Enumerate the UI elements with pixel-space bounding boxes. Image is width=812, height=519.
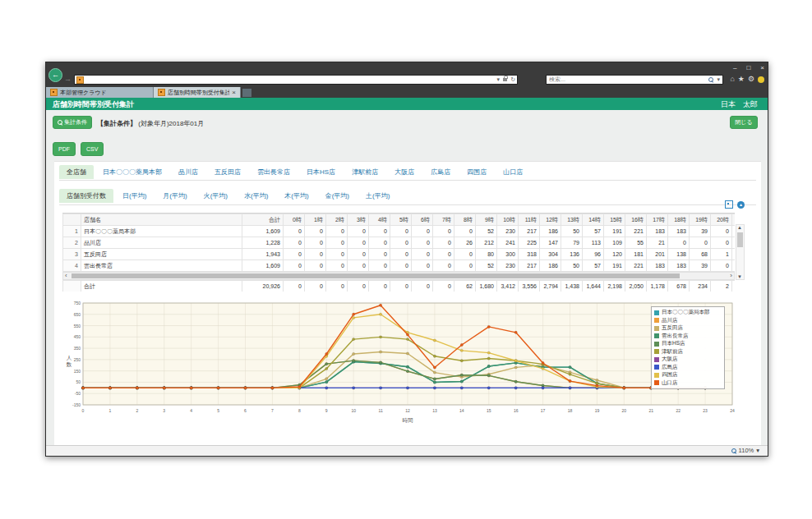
total-cell: 1,609 bbox=[242, 226, 284, 237]
scroll-down-icon[interactable]: ▼ bbox=[737, 274, 742, 279]
vertical-scrollbar[interactable]: ▲ ▼ bbox=[736, 224, 745, 280]
total-cell: 1,228 bbox=[242, 237, 284, 249]
browser-tab[interactable]: 店舗別時間帯別受付集計× bbox=[154, 87, 241, 98]
hour-total-cell: 2,198 bbox=[604, 281, 625, 292]
store-tab-7[interactable]: 大阪店 bbox=[387, 165, 422, 179]
hour-cell: 0 bbox=[326, 237, 348, 249]
hour-cell: 181 bbox=[625, 249, 647, 260]
favorites-star-icon[interactable]: ★ bbox=[738, 74, 745, 85]
hour-cell: 0 bbox=[454, 249, 476, 260]
close-page-button[interactable]: 閉じる bbox=[730, 116, 758, 129]
zoom-control[interactable]: 110% ▾ bbox=[731, 447, 759, 454]
pdf-export-button[interactable]: PDF bbox=[53, 142, 76, 156]
hour-total-cell: 0 bbox=[369, 281, 390, 292]
legend-item: 山口店 bbox=[654, 379, 722, 388]
store-tab-2[interactable]: 品川店 bbox=[171, 165, 205, 179]
hour-cell: 136 bbox=[561, 249, 583, 260]
hour-cell: 0 bbox=[433, 249, 454, 260]
horizontal-scrollbar[interactable]: ‹ › bbox=[62, 272, 735, 280]
hour-total-cell: 1,178 bbox=[647, 281, 668, 292]
svg-text:250: 250 bbox=[74, 357, 81, 362]
scroll-left-icon[interactable]: ‹ bbox=[65, 272, 67, 279]
maximize-icon[interactable]: □ bbox=[746, 65, 750, 71]
store-tab-6[interactable]: 津駅前店 bbox=[344, 165, 385, 179]
legend-swatch bbox=[654, 342, 659, 347]
legend-swatch bbox=[654, 349, 659, 354]
store-tab-4[interactable]: 雲出長常店 bbox=[250, 165, 298, 179]
tab-close-icon[interactable]: × bbox=[229, 89, 236, 96]
search-input[interactable]: 検索... ▾ bbox=[546, 75, 723, 85]
forward-button[interactable]: → bbox=[64, 75, 72, 83]
svg-text:8: 8 bbox=[298, 408, 301, 413]
feedback-smiley-icon[interactable] bbox=[758, 76, 764, 83]
store-tab-10[interactable]: 山口店 bbox=[496, 165, 530, 179]
weekday-tab-1[interactable]: 日(平均) bbox=[115, 189, 154, 203]
legend-label: 四国店 bbox=[662, 371, 678, 379]
hour-cell bbox=[732, 237, 736, 249]
legend-swatch bbox=[654, 326, 659, 331]
legend-swatch bbox=[654, 380, 659, 385]
legend-label: 山口店 bbox=[662, 379, 678, 387]
hour-header: 20時 bbox=[711, 214, 732, 226]
weekday-tab-7[interactable]: 土(平均) bbox=[358, 189, 397, 203]
store-tab-0[interactable]: 全店舗 bbox=[59, 165, 94, 179]
store-name-cell: 雲出長常店 bbox=[81, 260, 242, 272]
hour-cell: 212 bbox=[476, 237, 497, 249]
hour-header: 2時 bbox=[326, 214, 348, 226]
svg-text:13: 13 bbox=[432, 408, 437, 413]
legend-item: 日本HS店 bbox=[654, 340, 722, 348]
vertical-scroll-thumb[interactable] bbox=[737, 232, 743, 247]
legend-item: 五反田店 bbox=[654, 324, 722, 333]
favicon-icon bbox=[158, 89, 165, 96]
legend-item: 雲出長常店 bbox=[654, 333, 722, 341]
chart-legend: 日本〇〇〇薬局本部品川店五反田店雲出長常店日本HS店津駅前店大阪店広島店四国店山… bbox=[651, 306, 725, 389]
csv-export-button[interactable]: CSV bbox=[81, 142, 104, 156]
search-dropdown-icon[interactable]: ▾ bbox=[717, 76, 720, 83]
horizontal-scroll-thumb[interactable] bbox=[72, 273, 680, 278]
weekday-tab-0[interactable]: 店舗別受付数 bbox=[59, 189, 113, 203]
back-icon: ← bbox=[52, 71, 59, 79]
scroll-right-icon[interactable]: › bbox=[730, 272, 732, 279]
store-tab-1[interactable]: 日本〇〇〇薬局本部 bbox=[95, 165, 169, 179]
hour-cell: 109 bbox=[604, 237, 625, 249]
store-tab-5[interactable]: 日本HS店 bbox=[299, 165, 343, 179]
back-button[interactable]: ← bbox=[48, 68, 62, 82]
scroll-up-icon[interactable]: ▲ bbox=[737, 225, 742, 230]
hour-cell: 0 bbox=[412, 249, 433, 260]
hour-cell: 0 bbox=[369, 260, 390, 272]
hour-cell: 79 bbox=[561, 237, 583, 249]
svg-text:14: 14 bbox=[459, 408, 464, 413]
window-close-icon[interactable]: × bbox=[760, 65, 764, 71]
weekday-tab-3[interactable]: 火(平均) bbox=[196, 189, 235, 203]
weekday-tab-5[interactable]: 木(平均) bbox=[277, 189, 316, 203]
weekday-tab-6[interactable]: 金(平均) bbox=[318, 189, 357, 203]
legend-label: 日本〇〇〇薬局本部 bbox=[662, 309, 710, 316]
home-icon[interactable]: ⌂ bbox=[730, 74, 734, 85]
search-icon[interactable] bbox=[708, 77, 713, 82]
zoom-dropdown-icon[interactable]: ▾ bbox=[756, 447, 759, 454]
hour-cell: 191 bbox=[604, 260, 625, 272]
hour-total-cell: 0 bbox=[412, 281, 433, 292]
url-bar[interactable]: ▾ ↻ bbox=[74, 75, 518, 85]
hour-cell: 138 bbox=[668, 249, 690, 260]
aggregate-condition-button[interactable]: 集計条件 bbox=[53, 116, 92, 129]
fullscreen-icon[interactable] bbox=[725, 200, 733, 209]
page-title: 店舗別時間帯別受付集計 bbox=[53, 99, 134, 110]
store-tab-9[interactable]: 四国店 bbox=[459, 165, 494, 179]
title-bar: – □ × bbox=[46, 62, 768, 73]
url-dropdown-icon[interactable]: ▾ bbox=[497, 76, 501, 83]
weekday-tab-2[interactable]: 月(平均) bbox=[155, 189, 194, 203]
browser-tab[interactable]: 本部管理クラウド bbox=[46, 87, 154, 98]
new-tab-button[interactable] bbox=[242, 89, 251, 97]
weekday-tab-4[interactable]: 水(平均) bbox=[237, 189, 275, 203]
hour-cell: 120 bbox=[604, 249, 625, 260]
hour-cell: 0 bbox=[412, 260, 433, 272]
minimize-icon[interactable]: – bbox=[733, 65, 736, 71]
legend-label: 津駅前店 bbox=[662, 348, 683, 356]
collapse-circle-icon[interactable]: ▴ bbox=[737, 201, 745, 209]
hour-cell: 0 bbox=[305, 260, 326, 272]
refresh-icon[interactable]: ↻ bbox=[510, 76, 515, 83]
store-tab-3[interactable]: 五反田店 bbox=[207, 165, 248, 179]
store-tab-8[interactable]: 広島店 bbox=[423, 165, 458, 179]
settings-gear-icon[interactable]: ⚙ bbox=[748, 74, 754, 85]
